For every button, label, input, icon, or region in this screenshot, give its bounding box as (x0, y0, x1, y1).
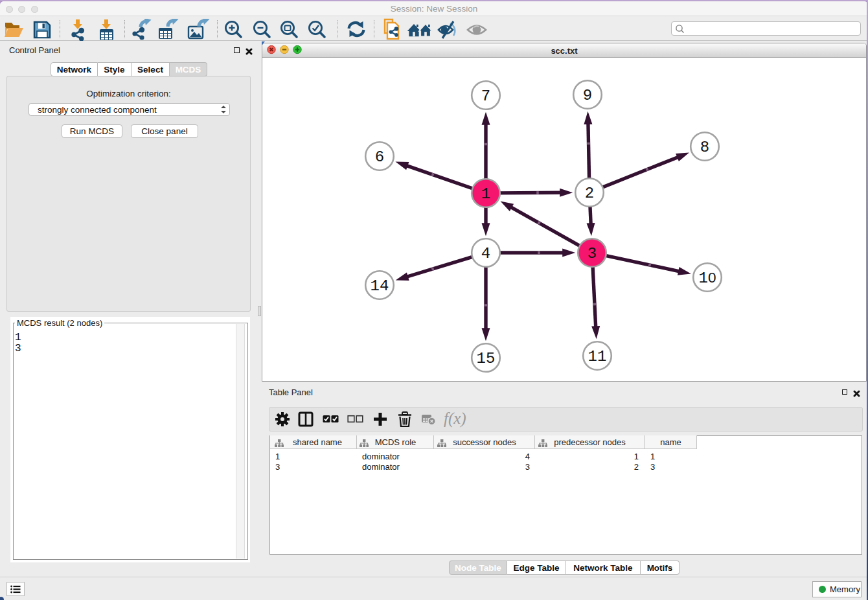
svg-text:2: 2 (585, 185, 594, 202)
svg-text:6: 6 (375, 148, 384, 166)
svg-text:7: 7 (481, 87, 490, 105)
svg-text:1: 1 (481, 185, 490, 203)
svg-text:3: 3 (588, 245, 597, 262)
svg-text:11: 11 (588, 348, 607, 365)
svg-text:9: 9 (583, 87, 592, 104)
svg-text:8: 8 (700, 139, 709, 156)
svg-text:14: 14 (371, 277, 389, 295)
svg-text:4: 4 (481, 245, 490, 262)
svg-text:10: 10 (699, 270, 716, 287)
svg-text:15: 15 (477, 350, 496, 367)
